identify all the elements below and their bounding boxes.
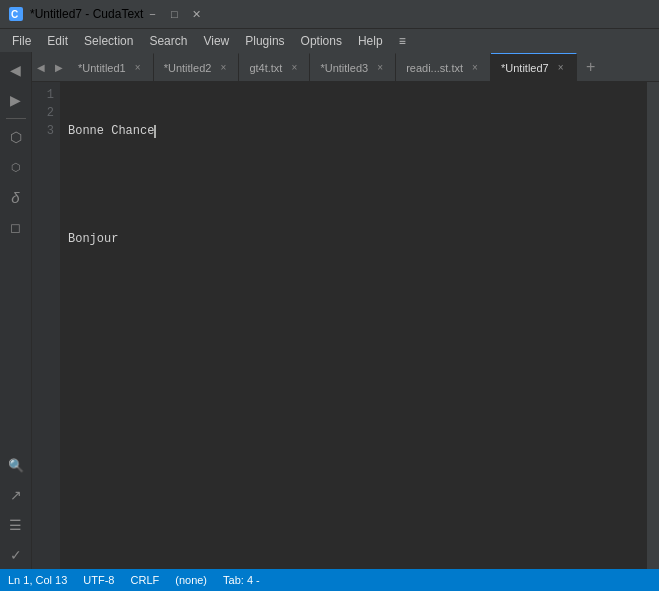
code-line-2 [68,176,639,194]
tab-label-5: *Untitled7 [501,62,549,74]
tab-5[interactable]: *Untitled7× [491,53,577,81]
menu-item-plugins[interactable]: Plugins [237,29,292,52]
sidebar-code-icon[interactable]: ⬡ [2,153,30,181]
maximize-button[interactable]: □ [165,6,183,22]
menu-item-[interactable]: ≡ [391,29,414,52]
minimize-button[interactable]: − [143,6,161,22]
line-number-3: 3 [32,122,54,140]
tab-list: *Untitled1×*Untitled2×gt4t.txt×*Untitled… [68,53,577,81]
sidebar-tree-icon[interactable]: ⬡ [2,123,30,151]
code-editor[interactable]: Bonne Chance Bonjour [60,82,647,569]
sidebar-variable-icon[interactable]: δ [2,183,30,211]
tab-0[interactable]: *Untitled1× [68,53,154,81]
tab-close-3[interactable]: × [373,61,387,75]
menu-item-file[interactable]: File [4,29,39,52]
window-controls: − □ ✕ [143,6,205,22]
tab-label-2: gt4t.txt [249,62,282,74]
cursor-position: Ln 1, Col 13 [8,574,67,586]
window-title: *Untitled7 - CudaText [30,7,143,21]
tab-prev-button[interactable]: ◀ [32,53,50,81]
tab-close-5[interactable]: × [554,61,568,75]
text-cursor [154,125,156,138]
code-line-1: Bonne Chance [68,122,639,140]
tab-label-0: *Untitled1 [78,62,126,74]
editor-area: ◀ ▶ *Untitled1×*Untitled2×gt4t.txt×*Unti… [32,52,659,569]
title-bar: C *Untitled7 - CudaText − □ ✕ [0,0,659,28]
menu-item-edit[interactable]: Edit [39,29,76,52]
code-line-3: Bonjour [68,230,639,248]
sidebar-nav-next[interactable]: ▶ [2,86,30,114]
sidebar: ◀ ▶ ⬡ ⬡ δ ◻ 🔍 ↗ ☰ ✓ [0,52,32,569]
status-bar: Ln 1, Col 13 UTF-8 CRLF (none) Tab: 4 - [0,569,659,591]
tab-next-button[interactable]: ▶ [50,53,68,81]
sidebar-arrow-icon[interactable]: ↗ [2,481,30,509]
tab-2[interactable]: gt4t.txt× [239,53,310,81]
menu-item-search[interactable]: Search [141,29,195,52]
line-number-1: 1 [32,86,54,104]
tab-4[interactable]: readi...st.txt× [396,53,491,81]
syntax: (none) [175,574,207,586]
tab-1[interactable]: *Untitled2× [154,53,240,81]
tab-label-4: readi...st.txt [406,62,463,74]
menu-bar: FileEditSelectionSearchViewPluginsOption… [0,28,659,52]
content-area: ◀ ▶ ⬡ ⬡ δ ◻ 🔍 ↗ ☰ ✓ ◀ ▶ *Untitled1×*Unti… [0,52,659,569]
tab-label-1: *Untitled2 [164,62,212,74]
sidebar-menu-icon[interactable]: ☰ [2,511,30,539]
menu-item-view[interactable]: View [195,29,237,52]
sidebar-check-icon[interactable]: ✓ [2,541,30,569]
line-ending: CRLF [131,574,160,586]
encoding: UTF-8 [83,574,114,586]
line-numbers: 1 2 3 [32,82,60,569]
tab-close-0[interactable]: × [131,61,145,75]
sidebar-nav-prev[interactable]: ◀ [2,56,30,84]
editor-content: 1 2 3 Bonne Chance Bonjour [32,82,659,569]
tab-3[interactable]: *Untitled3× [310,53,396,81]
menu-item-options[interactable]: Options [293,29,350,52]
tab-close-1[interactable]: × [216,61,230,75]
menu-item-selection[interactable]: Selection [76,29,141,52]
vertical-scrollbar[interactable] [647,82,659,569]
svg-text:C: C [11,9,18,20]
app-icon: C [8,6,24,22]
tab-size: Tab: 4 - [223,574,260,586]
tab-bar: ◀ ▶ *Untitled1×*Untitled2×gt4t.txt×*Unti… [32,52,659,82]
tab-close-4[interactable]: × [468,61,482,75]
tab-label-3: *Untitled3 [320,62,368,74]
close-button[interactable]: ✕ [187,6,205,22]
sidebar-search-icon[interactable]: 🔍 [2,451,30,479]
tab-close-2[interactable]: × [287,61,301,75]
menu-item-help[interactable]: Help [350,29,391,52]
sidebar-folder-icon[interactable]: ◻ [2,213,30,241]
line-number-2: 2 [32,104,54,122]
sidebar-divider [6,118,26,119]
tab-add-button[interactable]: + [579,53,603,81]
